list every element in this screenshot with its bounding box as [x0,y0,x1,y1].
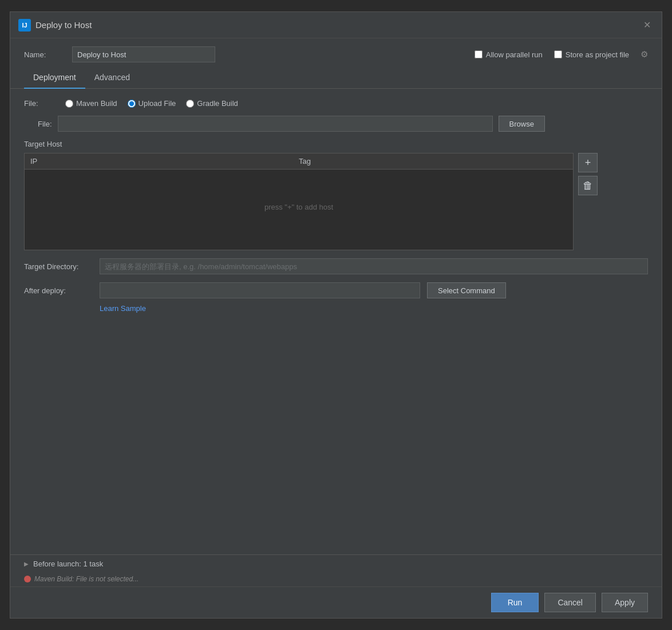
name-input[interactable] [72,46,215,62]
host-empty-text: press "+" to add host [264,203,333,211]
dialog-title: Deploy to Host [35,20,92,30]
deploy-dialog: IJ Deploy to Host ✕ Name: Allow parallel… [10,11,662,619]
learn-sample-link[interactable]: Learn Sample [100,304,146,313]
close-button[interactable]: ✕ [640,18,654,32]
tab-deployment[interactable]: Deployment [24,68,85,89]
target-dir-input[interactable] [100,258,648,274]
file-input-label: File: [24,120,52,128]
tab-content: File: Maven Build Upload File Gradle Bui… [10,89,662,554]
after-deploy-row: After deploy: Select Command [24,282,648,298]
target-dir-row: Target Directory: [24,258,648,274]
radio-maven[interactable] [65,100,73,108]
title-bar: IJ Deploy to Host ✕ [10,12,662,38]
before-launch-arrow[interactable]: ▶ [24,561,29,567]
cancel-button[interactable]: Cancel [544,593,596,612]
select-command-button[interactable]: Select Command [427,282,506,298]
before-launch-text: Before launch: 1 task [33,560,103,568]
apply-button[interactable]: Apply [602,593,648,612]
delete-host-button[interactable]: 🗑 [578,176,598,195]
col-tag: Tag [299,157,567,166]
radio-gradle[interactable] [186,100,194,108]
gear-icon[interactable]: ⚙ [641,49,648,60]
error-text: Maven Build: File is not selected... [34,575,139,583]
target-dir-label: Target Directory: [24,262,93,271]
file-input-row: File: Browse [24,116,648,132]
header-options: Allow parallel run Store as project file… [475,49,648,60]
col-ip: IP [30,157,299,166]
tabs-bar: Deployment Advanced [10,68,662,89]
store-project-checkbox[interactable] [554,50,562,58]
host-actions: + 🗑 [578,153,598,195]
name-label: Name: [24,50,58,59]
radio-upload[interactable] [128,100,136,108]
tab-advanced[interactable]: Advanced [85,68,139,89]
allow-parallel-checkbox[interactable] [475,50,483,58]
error-dot [24,576,31,582]
after-deploy-input[interactable] [100,282,420,298]
radio-upload-label[interactable]: Upload File [128,99,176,108]
radio-maven-label[interactable]: Maven Build [65,99,117,108]
file-radio-label: File: [24,99,58,108]
error-bar: Maven Build: File is not selected... [10,573,662,586]
add-host-button[interactable]: + [578,153,598,172]
radio-gradle-label[interactable]: Gradle Build [186,99,238,108]
run-button[interactable]: Run [491,593,539,612]
file-radio-group: Maven Build Upload File Gradle Build [65,99,238,108]
target-host-title: Target Host [24,140,648,148]
host-table-container: IP Tag press "+" to add host + 🗑 [24,153,648,250]
allow-parallel-checkbox-label[interactable]: Allow parallel run [475,50,543,59]
browse-button[interactable]: Browse [499,116,545,132]
app-icon: IJ [18,19,31,32]
title-left: IJ Deploy to Host [18,19,92,32]
host-table-body: press "+" to add host [25,170,573,244]
host-table: IP Tag press "+" to add host [24,153,574,250]
store-project-checkbox-label[interactable]: Store as project file [554,50,629,59]
header-row: Name: Allow parallel run Store as projec… [10,38,662,68]
file-input[interactable] [58,116,493,132]
file-radio-row: File: Maven Build Upload File Gradle Bui… [24,99,648,108]
after-deploy-label: After deploy: [24,286,93,295]
host-table-header: IP Tag [25,153,573,170]
footer: Run Cancel Apply [10,586,662,618]
before-launch-bar: ▶ Before launch: 1 task [10,554,662,573]
